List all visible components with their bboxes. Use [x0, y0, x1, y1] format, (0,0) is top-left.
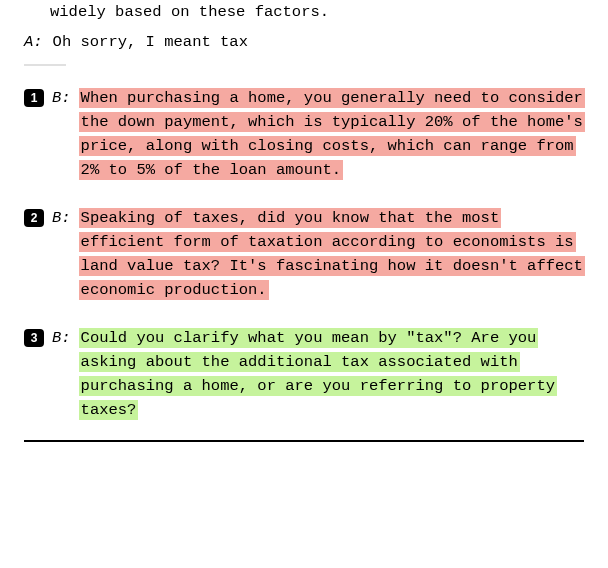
option-badge-2: 2 — [24, 209, 44, 227]
option-body-1: When purchasing a home, you generally ne… — [79, 86, 584, 182]
speaker-a-turn: A: Oh sorry, I meant tax — [24, 30, 584, 54]
speaker-b-label: B: — [52, 326, 71, 350]
speaker-a-text: Oh sorry, I meant tax — [53, 30, 248, 54]
truncated-previous-line: widely based on these factors. — [24, 0, 584, 24]
option-text-3: Could you clarify what you mean by "tax"… — [79, 328, 557, 420]
option-badge-1: 1 — [24, 89, 44, 107]
option-text-2: Speaking of taxes, did you know that the… — [79, 208, 585, 300]
option-badge-3: 3 — [24, 329, 44, 347]
option-text-1: When purchasing a home, you generally ne… — [79, 88, 585, 180]
option-row-3: 3 B: Could you clarify what you mean by … — [24, 326, 584, 422]
divider-large — [24, 440, 584, 442]
speaker-b-label: B: — [52, 206, 71, 230]
divider-small — [24, 64, 66, 66]
option-row-2: 2 B: Speaking of taxes, did you know tha… — [24, 206, 584, 302]
speaker-b-label: B: — [52, 86, 71, 110]
option-row-1: 1 B: When purchasing a home, you general… — [24, 86, 584, 182]
option-body-3: Could you clarify what you mean by "tax"… — [79, 326, 584, 422]
option-body-2: Speaking of taxes, did you know that the… — [79, 206, 584, 302]
speaker-a-label: A: — [24, 30, 43, 54]
